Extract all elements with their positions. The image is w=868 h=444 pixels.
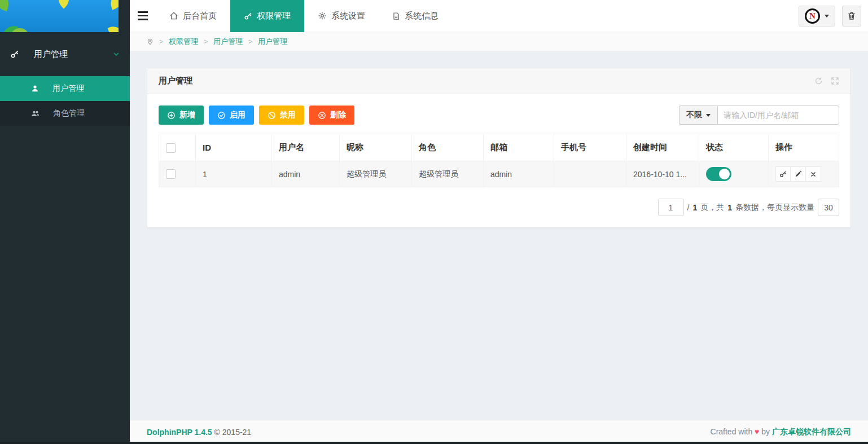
key-icon [244,12,252,20]
heart-icon: ♥ [755,427,759,436]
pagination-separator: / [687,203,690,212]
avatar: N [805,8,820,24]
cell-role: 超级管理员 [412,161,484,187]
fullscreen-icon[interactable] [831,77,839,85]
user-icon [31,85,39,93]
nav-tabs: 后台首页 权限管理 系统设置 [156,0,452,32]
sidebar-item-user-management[interactable]: 用户管理 [0,76,130,101]
tab-label: 系统设置 [331,11,365,21]
cell-id: 1 [196,161,272,187]
cell-created: 2016-10-10 1... [626,161,699,187]
check-circle-icon [217,111,226,120]
top-navbar: 后台首页 权限管理 系统设置 [130,0,868,32]
users-icon [31,109,40,118]
table-row: 1 admin 超级管理员 超级管理员 admin 2016-10-10 1..… [159,161,839,187]
x-icon [810,171,817,178]
key-icon [10,50,19,59]
search-group: 不限 [679,105,839,125]
panel-body: 新增 启用 禁用 [147,94,851,227]
breadcrumb-link[interactable]: 用户管理 [258,37,287,47]
row-actions [775,166,821,182]
column-header-phone[interactable]: 手机号 [554,134,626,161]
x-circle-icon [318,111,326,120]
records-label: 条数据，每页显示数量 [735,203,814,213]
breadcrumb-separator: > [159,38,163,46]
leaf-decoration [107,0,119,10]
footer-brand-link[interactable]: DolphinPHP 1.4.5 [147,428,212,437]
delete-button[interactable]: 删除 [309,105,354,125]
logo[interactable] [0,0,130,32]
breadcrumb-link[interactable]: 权限管理 [169,37,198,47]
user-management-panel: 用户管理 [147,68,851,228]
delete-action-button[interactable] [806,166,821,182]
ban-icon [268,111,276,120]
permissions-action-button[interactable] [775,166,791,182]
footer-company-link[interactable]: 广东卓锐软件有限公司 [772,427,851,436]
file-icon [392,12,400,20]
column-header-id[interactable]: ID [196,134,272,161]
tab-label: 权限管理 [257,11,291,21]
page-size-input[interactable] [818,199,839,216]
content-area: 用户管理 [130,51,868,420]
breadcrumb-separator: > [248,38,252,46]
enable-button-label: 启用 [230,110,246,120]
column-header-role[interactable]: 角色 [412,134,484,161]
cell-phone [554,161,626,187]
tab-system-settings[interactable]: 系统设置 [304,0,379,32]
current-page-input[interactable] [658,199,684,216]
select-all-checkbox[interactable] [166,143,176,153]
tab-permissions[interactable]: 权限管理 [230,0,304,32]
row-checkbox[interactable] [166,169,176,179]
enable-button[interactable]: 启用 [209,105,254,125]
sidebar-submenu: 用户管理 角色管理 [0,76,130,126]
pagination: / 1 页，共 1 条数据，每页显示数量 [159,199,839,216]
caret-down-icon [825,15,829,17]
app-window: 用户管理 用户管理 角色管理 [0,0,868,444]
footer-copyright: © 2015-21 [214,428,252,437]
delete-button-label: 删除 [330,110,346,120]
plus-circle-icon [167,111,176,120]
add-button[interactable]: 新增 [159,105,204,125]
total-pages: 1 [692,203,697,212]
caret-down-icon [706,114,711,117]
cell-nickname: 超级管理员 [340,161,412,187]
clear-cache-button[interactable] [842,6,861,27]
tab-home[interactable]: 后台首页 [156,0,230,32]
user-menu-button[interactable]: N [799,6,835,27]
column-header-nickname[interactable]: 昵称 [340,134,412,161]
sidebar-group-user-management[interactable]: 用户管理 [0,32,130,76]
sidebar-group-label: 用户管理 [34,49,68,60]
refresh-icon[interactable] [814,77,823,85]
footer-by-text: by [761,427,770,436]
column-header-actions: 操作 [769,134,839,161]
breadcrumb-separator: > [204,38,208,46]
sidebar: 用户管理 用户管理 角色管理 [0,0,130,444]
disable-button[interactable]: 禁用 [259,105,304,125]
tab-label: 后台首页 [183,11,217,21]
column-header-status[interactable]: 状态 [699,134,769,161]
page-title: 用户管理 [159,76,192,86]
column-header-created[interactable]: 创建时间 [626,134,699,161]
total-records: 1 [727,203,732,212]
sidebar-toggle-button[interactable] [130,0,156,32]
edit-action-button[interactable] [791,166,806,182]
search-input[interactable] [717,105,839,125]
column-header-email[interactable]: 邮箱 [484,134,554,161]
users-table: ID 用户名 昵称 角色 邮箱 手机号 创建时间 状态 操作 [159,134,839,187]
leaf-decoration [108,24,119,32]
tab-system-info[interactable]: 系统信息 [379,0,452,32]
gear-icon [318,11,327,20]
logo-image [0,0,119,32]
search-field-dropdown-label: 不限 [686,110,702,120]
sidebar-item-role-management[interactable]: 角色管理 [0,101,130,126]
disable-button-label: 禁用 [280,110,296,120]
add-button-label: 新增 [179,110,195,120]
column-header-username[interactable]: 用户名 [272,134,340,161]
pencil-icon [795,170,802,178]
breadcrumb-link[interactable]: 用户管理 [213,37,243,47]
cell-username: admin [272,161,340,187]
status-toggle[interactable] [706,167,731,181]
search-field-dropdown[interactable]: 不限 [679,105,717,125]
home-icon [169,11,178,20]
sidebar-item-label: 用户管理 [52,83,84,94]
